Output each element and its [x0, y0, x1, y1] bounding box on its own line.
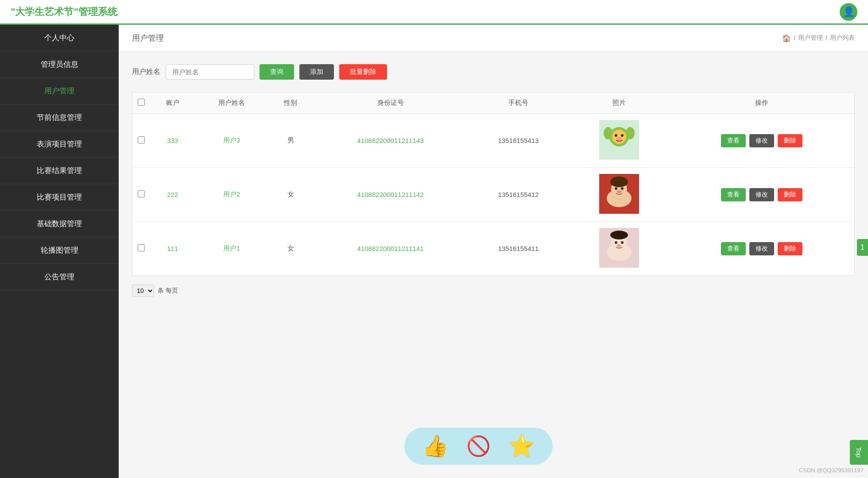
row-checkbox[interactable] — [138, 136, 145, 143]
sidebar-item-personal-center[interactable]: 个人中心 — [0, 25, 119, 51]
sidebar-item-user-mgmt[interactable]: 用户管理 — [0, 78, 119, 104]
svg-point-20 — [621, 241, 624, 244]
row-actions: 查看 修改 删除 — [669, 114, 854, 168]
svg-point-21 — [617, 244, 621, 247]
pagination-bar: 102050 条 每页 — [132, 285, 855, 297]
col-idcard: 身份证号 — [313, 93, 468, 114]
main-content: 用户管理 🏠 / 用户管理 / 用户列表 用户姓名 查询 添加 批量删除 — [119, 25, 868, 478]
edit-button[interactable]: 修改 — [749, 188, 774, 201]
search-label: 用户姓名 — [132, 67, 160, 77]
svg-point-18 — [610, 231, 628, 239]
col-actions: 操作 — [669, 93, 854, 114]
page-size-select[interactable]: 102050 — [132, 285, 154, 297]
sidebar-item-competition-result[interactable]: 比赛结果管理 — [0, 158, 119, 184]
content-area: 用户姓名 查询 添加 批量删除 账户 用户姓名 性别 身份证号 — [119, 52, 868, 309]
table-row: 222 用户2 女 410882200011211142 13516155412… — [132, 168, 855, 222]
page-number-badge[interactable]: 1 — [857, 239, 868, 256]
row-phone: 13516155412 — [468, 168, 569, 222]
breadcrumb: 🏠 / 用户管理 / 用户列表 — [782, 34, 855, 42]
reaction-bar: 👍 🚫 ⭐ — [404, 428, 553, 465]
edit-button[interactable]: 修改 — [749, 242, 774, 255]
row-checkbox[interactable] — [138, 244, 145, 251]
top-button[interactable]: Top — [850, 440, 868, 465]
sidebar-item-admin-info[interactable]: 管理员信息 — [0, 51, 119, 78]
row-checkbox-cell — [132, 222, 150, 276]
app-header: "大学生艺术节"管理系统 👤 — [0, 0, 868, 25]
row-account: 333 — [150, 114, 195, 168]
sidebar: 个人中心 管理员信息 用户管理 节前信息管理 表演项目管理 比赛结果管理 比赛项… — [0, 25, 119, 478]
row-name: 用户3 — [195, 114, 268, 168]
breadcrumb-user-list: 用户列表 — [830, 34, 855, 42]
svg-point-19 — [615, 241, 617, 244]
breadcrumb-user-mgmt: 用户管理 — [798, 34, 823, 42]
csdn-watermark: CSDN @QQ3295391197 — [799, 467, 864, 474]
table-row: 333 用户3 男 410882200011211143 13516155413… — [132, 114, 855, 168]
col-checkbox — [132, 93, 150, 114]
svg-point-14 — [617, 190, 621, 193]
col-account: 账户 — [150, 93, 195, 114]
page-title: 用户管理 — [132, 33, 164, 43]
row-idcard: 410882200011211143 — [313, 114, 468, 168]
query-button[interactable]: 查询 — [260, 64, 294, 80]
row-idcard: 410882200011211141 — [313, 222, 468, 276]
sidebar-item-basic-data[interactable]: 基础数据管理 — [0, 211, 119, 237]
col-name: 用户姓名 — [195, 93, 268, 114]
col-photo: 照片 — [569, 93, 669, 114]
row-gender: 女 — [268, 168, 313, 222]
row-photo — [569, 168, 669, 222]
row-name: 用户1 — [195, 222, 268, 276]
edit-button[interactable]: 修改 — [749, 134, 774, 147]
row-checkbox-cell — [132, 168, 150, 222]
row-idcard: 410882200011211142 — [313, 168, 468, 222]
col-phone: 手机号 — [468, 93, 569, 114]
svg-point-4 — [621, 134, 624, 137]
user-avatar[interactable]: 👤 — [840, 3, 857, 21]
delete-button[interactable]: 删除 — [778, 134, 802, 147]
add-button[interactable]: 添加 — [299, 64, 334, 80]
svg-point-6 — [604, 127, 612, 139]
no-icon[interactable]: 🚫 — [466, 435, 491, 458]
row-photo — [569, 114, 669, 168]
row-phone: 13516155411 — [468, 222, 569, 276]
title-text: "大学生艺术节"管理系统 — [11, 6, 117, 17]
svg-point-3 — [615, 134, 617, 137]
row-photo — [569, 222, 669, 276]
row-gender: 男 — [268, 114, 313, 168]
svg-point-13 — [621, 187, 624, 190]
delete-button[interactable]: 删除 — [778, 188, 802, 201]
page-header: 用户管理 🏠 / 用户管理 / 用户列表 — [119, 25, 868, 52]
search-input[interactable] — [166, 64, 254, 80]
row-actions: 查看 修改 删除 — [669, 222, 854, 276]
sidebar-item-carousel-mgmt[interactable]: 轮播图管理 — [0, 237, 119, 264]
select-all-checkbox[interactable] — [138, 99, 145, 106]
sidebar-item-announcement-mgmt[interactable]: 公告管理 — [0, 264, 119, 290]
table-row: 111 用户1 女 410882200011211141 13516155411… — [132, 222, 855, 276]
row-name: 用户2 — [195, 168, 268, 222]
svg-point-11 — [610, 177, 628, 187]
main-layout: 个人中心 管理员信息 用户管理 节前信息管理 表演项目管理 比赛结果管理 比赛项… — [0, 25, 868, 478]
row-checkbox-cell — [132, 114, 150, 168]
row-gender: 女 — [268, 222, 313, 276]
delete-button[interactable]: 删除 — [778, 242, 802, 255]
app-title: "大学生艺术节"管理系统 — [11, 5, 117, 19]
home-icon: 🏠 — [782, 34, 791, 42]
svg-point-5 — [616, 137, 622, 140]
sidebar-item-performance-mgmt[interactable]: 表演项目管理 — [0, 131, 119, 158]
view-button[interactable]: 查看 — [721, 134, 746, 147]
row-account: 222 — [150, 168, 195, 222]
view-button[interactable]: 查看 — [721, 242, 746, 255]
svg-point-12 — [615, 187, 617, 190]
svg-point-7 — [626, 127, 635, 139]
sidebar-item-pre-festival[interactable]: 节前信息管理 — [0, 104, 119, 131]
row-phone: 13516155413 — [468, 114, 569, 168]
view-button[interactable]: 查看 — [721, 188, 746, 201]
user-table: 账户 用户姓名 性别 身份证号 手机号 照片 操作 333 用户3 男 4108… — [132, 92, 855, 276]
row-checkbox[interactable] — [138, 190, 145, 197]
thumbs-up-icon[interactable]: 👍 — [422, 434, 449, 459]
pagination-label: 条 每页 — [158, 287, 178, 295]
star-icon[interactable]: ⭐ — [508, 434, 535, 459]
batch-delete-button[interactable]: 批量删除 — [339, 64, 387, 80]
avatar-icon: 👤 — [843, 6, 855, 18]
sidebar-item-competition-project[interactable]: 比赛项目管理 — [0, 184, 119, 211]
search-bar: 用户姓名 查询 添加 批量删除 — [132, 64, 855, 80]
